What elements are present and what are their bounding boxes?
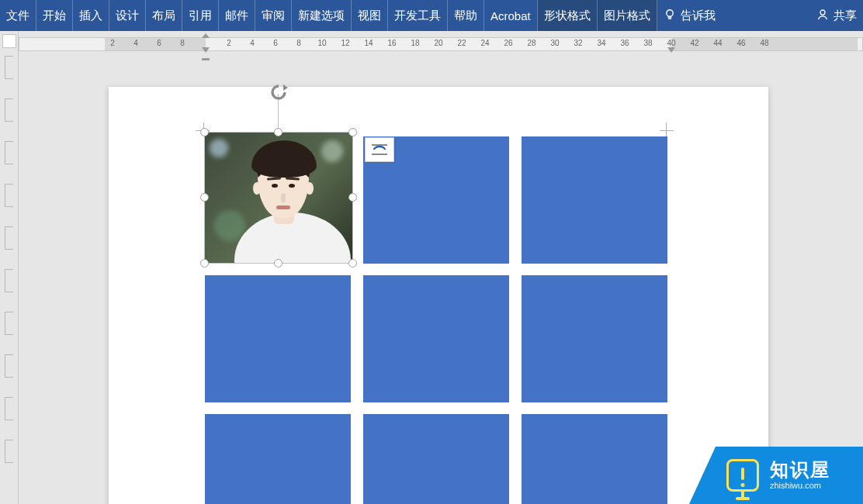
ruler-number: 48 [760, 39, 768, 47]
person-icon [816, 9, 829, 23]
ruler-number: 32 [574, 39, 582, 47]
ribbon-spacer [722, 0, 810, 31]
tab-review[interactable]: 审阅 [255, 0, 292, 31]
rectangle-shape[interactable] [522, 414, 667, 504]
tab-insert[interactable]: 插入 [73, 0, 109, 31]
resize-handle[interactable] [348, 259, 357, 268]
nav-cell[interactable] [2, 34, 16, 48]
ruler-number: 36 [620, 39, 629, 47]
ribbon: 文件 开始 插入 设计 布局 引用 邮件 审阅 新建选项 视图 开发工具 帮助 … [0, 0, 863, 31]
tab-new-option[interactable]: 新建选项 [292, 0, 352, 31]
vruler-segment [5, 56, 13, 79]
navigation-gutter [0, 31, 19, 504]
right-indent-icon[interactable] [667, 47, 675, 53]
tab-picture-format[interactable]: 图片格式 [598, 0, 657, 31]
watermark-badge: 知识屋 zhishiwu.com [716, 447, 863, 504]
watermark-icon [726, 459, 759, 492]
rectangle-shape[interactable] [205, 275, 351, 402]
ruler-number: 26 [504, 39, 512, 47]
tab-view[interactable]: 视图 [352, 0, 388, 31]
tab-references[interactable]: 引用 [182, 0, 219, 31]
ruler-number: 30 [550, 39, 559, 47]
ruler-number: 12 [341, 39, 349, 47]
tab-file[interactable]: 文件 [0, 0, 36, 31]
tab-developer[interactable]: 开发工具 [388, 0, 448, 31]
resize-handle[interactable] [200, 128, 209, 136]
ruler-number: 16 [387, 39, 396, 47]
tab-mailings[interactable]: 邮件 [219, 0, 255, 31]
watermark-title: 知识屋 [770, 461, 830, 479]
ruler-number: 46 [736, 39, 745, 47]
document-area: 8642246810121416182022242628303234363840… [0, 31, 863, 504]
ruler-number: 42 [690, 39, 698, 47]
share-button[interactable]: 共享 [810, 0, 863, 31]
resize-handle[interactable] [200, 259, 209, 268]
resize-handle[interactable] [348, 193, 357, 202]
ruler-number: 22 [457, 39, 466, 47]
tab-layout[interactable]: 布局 [146, 0, 182, 31]
svg-point-1 [820, 10, 825, 15]
ruler-number: 4 [250, 39, 255, 47]
ruler-number: 6 [273, 39, 278, 47]
tab-help[interactable]: 帮助 [448, 0, 484, 31]
ruler-number: 34 [597, 39, 605, 47]
layout-options-icon [369, 142, 390, 157]
ruler-number: 28 [527, 39, 535, 47]
ruler-number: 2 [227, 39, 231, 47]
watermark-subtitle: zhishiwu.com [770, 481, 830, 490]
rectangle-shape[interactable] [522, 275, 667, 402]
resize-handle[interactable] [200, 193, 209, 202]
ruler-number: 38 [643, 39, 652, 47]
selection-frame [204, 132, 353, 264]
ruler-number: 10 [317, 39, 326, 47]
tab-shape-format[interactable]: 形状格式 [538, 0, 598, 31]
selected-picture[interactable] [205, 133, 352, 263]
vruler-segment [5, 312, 13, 335]
rectangle-shape[interactable] [205, 414, 351, 504]
hanging-indent-icon[interactable] [202, 47, 210, 53]
ruler-number: 20 [434, 39, 442, 47]
ruler-number: 44 [713, 39, 722, 47]
ruler-number: 8 [296, 39, 301, 47]
rectangle-shape[interactable] [522, 136, 667, 264]
vruler-segment [5, 226, 13, 250]
vruler-segment [5, 269, 13, 292]
ruler-number: 6 [157, 39, 161, 47]
ruler-number: 18 [411, 39, 419, 47]
resize-handle[interactable] [274, 128, 282, 136]
layout-options-button[interactable] [365, 137, 394, 162]
lightbulb-icon [664, 9, 676, 23]
resize-handle[interactable] [274, 259, 282, 268]
svg-point-0 [667, 9, 673, 16]
rectangle-shape[interactable] [363, 275, 509, 402]
ruler-number: 4 [133, 39, 138, 47]
vruler-segment [5, 397, 13, 420]
margin-marker-icon [666, 123, 681, 138]
first-line-indent-icon[interactable] [202, 33, 210, 38]
tab-acrobat[interactable]: Acrobat [484, 0, 538, 31]
resize-handle[interactable] [348, 128, 357, 136]
ruler-number: 2 [110, 39, 115, 47]
ruler-number: 24 [480, 39, 489, 47]
rectangle-shape[interactable] [363, 414, 509, 504]
tell-me-search[interactable]: 告诉我 [657, 0, 722, 31]
ruler-number: 8 [180, 39, 185, 47]
tab-design[interactable]: 设计 [109, 0, 146, 31]
horizontal-ruler[interactable]: 8642246810121416182022242628303234363840… [19, 37, 863, 51]
vruler-segment [5, 141, 13, 164]
vruler-segment [5, 440, 13, 463]
tab-home[interactable]: 开始 [36, 0, 73, 31]
rotate-handle-icon[interactable] [265, 83, 293, 102]
vruler-segment [5, 354, 13, 378]
ruler-number: 40 [667, 39, 675, 47]
vruler-segment [5, 98, 13, 122]
vruler-segment [5, 184, 13, 207]
ruler-number: 14 [364, 39, 373, 47]
